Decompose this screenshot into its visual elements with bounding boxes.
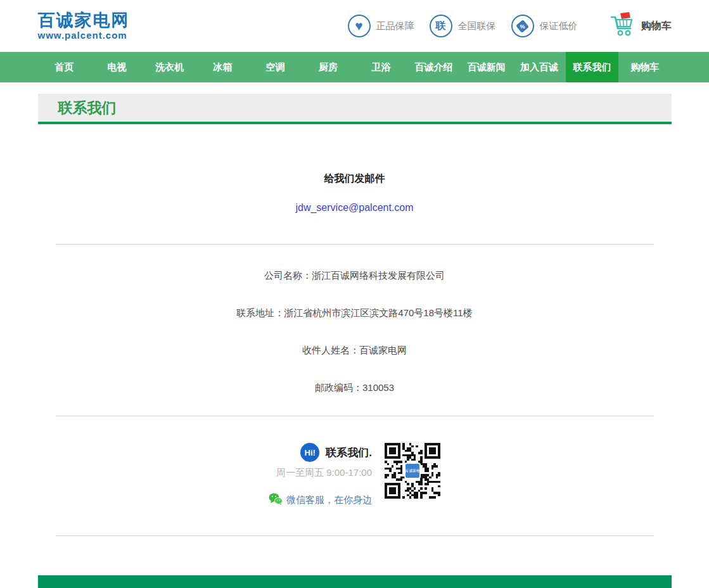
nav-item-aircon[interactable]: 空调 xyxy=(249,52,302,82)
trust-badges: ♥ 正品保障 联 全国联保 % 保证低价 xyxy=(348,15,578,37)
qr-center-logo: 百诚家电 xyxy=(404,463,421,479)
main-nav: 首页 电视 洗衣机 冰箱 空调 厨房 卫浴 百诚介绍 百诚新闻 加入百诚 联系我… xyxy=(0,52,709,82)
site-logo[interactable]: 百诚家电网 www.palcent.com xyxy=(38,11,130,40)
nav-item-washer[interactable]: 洗衣机 xyxy=(143,52,196,82)
wechat-service-link[interactable]: 微信客服，在你身边 xyxy=(286,494,372,506)
nav-item-fridge[interactable]: 冰箱 xyxy=(196,52,248,82)
nav-item-about[interactable]: 百诚介绍 xyxy=(407,52,460,82)
badge-genuine-label: 正品保障 xyxy=(376,20,414,32)
lian-circle-icon: 联 xyxy=(430,15,452,37)
email-heading: 给我们发邮件 xyxy=(38,172,672,186)
cart-button[interactable]: 购物车 xyxy=(610,11,672,41)
nav-item-contact[interactable]: 联系我们 xyxy=(566,52,618,82)
top-header: 百诚家电网 www.palcent.com ♥ 正品保障 联 全国联保 % 保证… xyxy=(0,0,709,52)
service-hours: 周一至周五 9:00-17:00 xyxy=(276,467,372,479)
nav-item-kitchen[interactable]: 厨房 xyxy=(302,52,354,82)
badge-warranty-label: 全国联保 xyxy=(458,20,496,32)
site-logo-url: www.palcent.com xyxy=(38,30,130,41)
nav-item-tv[interactable]: 电视 xyxy=(91,52,143,82)
site-logo-title: 百诚家电网 xyxy=(38,11,130,29)
price-tag-icon: % xyxy=(511,15,534,37)
email-section: 给我们发邮件 jdw_service@palcent.com xyxy=(38,124,672,244)
postal-code-line: 邮政编码：310053 xyxy=(38,382,672,394)
hi-speech-bubble-icon: Hi! xyxy=(300,443,319,462)
wechat-icon xyxy=(269,493,283,508)
cart-label: 购物车 xyxy=(641,20,672,33)
company-info-section: 公司名称：浙江百诚网络科技发展有限公司 联系地址：浙江省杭州市滨江区滨文路470… xyxy=(38,245,672,416)
cart-icon xyxy=(610,11,637,41)
page-title-bar: 联系我们 xyxy=(38,94,672,124)
company-name-line: 公司名称：浙江百诚网络科技发展有限公司 xyxy=(38,270,672,282)
nav-item-cart[interactable]: 购物车 xyxy=(618,52,671,82)
heart-icon: ♥ xyxy=(348,15,371,37)
nav-item-home[interactable]: 首页 xyxy=(38,52,91,82)
divider xyxy=(56,535,654,536)
footer: 买家电就上百诚家电网 百诚家电 诚信一百 xyxy=(38,575,672,588)
recipient-name-line: 收件人姓名：百诚家电网 xyxy=(38,345,672,357)
page-title: 联系我们 xyxy=(58,98,117,118)
nav-item-join[interactable]: 加入百诚 xyxy=(513,52,565,82)
badge-genuine: ♥ 正品保障 xyxy=(348,15,414,37)
badge-low-price-label: 保证低价 xyxy=(540,20,578,32)
email-link[interactable]: jdw_service@palcent.com xyxy=(295,202,413,214)
badge-low-price: % 保证低价 xyxy=(511,15,578,37)
contact-heading: 联系我们. xyxy=(326,445,372,460)
contact-section: Hi! 联系我们. 周一至周五 9:00-17:00 xyxy=(38,416,672,535)
nav-item-bath[interactable]: 卫浴 xyxy=(354,52,407,82)
company-address-line: 联系地址：浙江省杭州市滨江区滨文路470号18号楼11楼 xyxy=(38,307,672,319)
content: 给我们发邮件 jdw_service@palcent.com 公司名称：浙江百诚… xyxy=(38,124,672,588)
nav-item-news[interactable]: 百诚新闻 xyxy=(460,52,513,82)
wechat-qr-code: 百诚家电 xyxy=(385,443,440,499)
badge-warranty: 联 全国联保 xyxy=(430,15,496,37)
